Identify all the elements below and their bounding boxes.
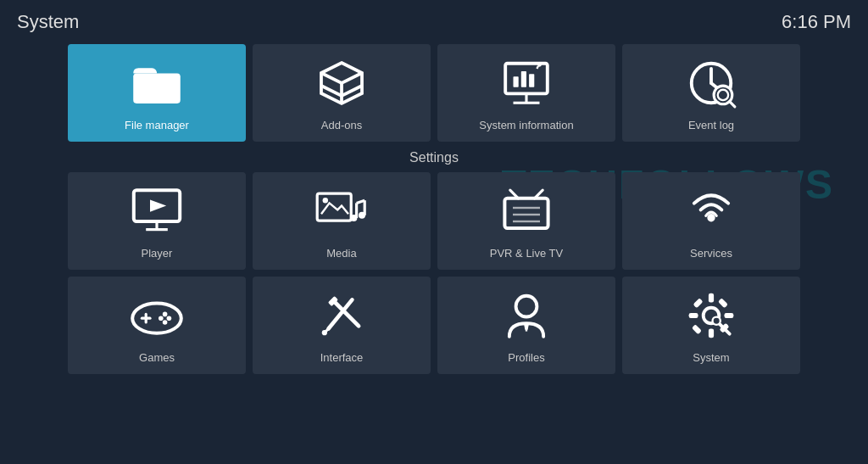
main-content: File manager Add-ons xyxy=(0,44,868,374)
event-log-icon xyxy=(684,56,738,110)
page-title: System xyxy=(17,11,79,33)
tile-profiles[interactable]: Profiles xyxy=(437,277,615,374)
tile-file-manager-label: File manager xyxy=(125,119,189,131)
tile-games-label: Games xyxy=(139,351,175,364)
settings-tile-grid: Player Media xyxy=(68,172,800,374)
tile-system-information-label: System information xyxy=(479,119,573,131)
svg-rect-7 xyxy=(521,71,526,87)
player-icon xyxy=(130,184,184,238)
svg-rect-58 xyxy=(718,298,728,308)
svg-point-27 xyxy=(359,212,365,219)
tile-add-ons[interactable]: Add-ons xyxy=(253,44,431,142)
svg-point-26 xyxy=(350,215,357,221)
games-icon xyxy=(130,288,184,343)
svg-point-40 xyxy=(163,320,168,325)
system-icon xyxy=(684,288,738,343)
svg-rect-0 xyxy=(133,73,181,103)
svg-rect-8 xyxy=(529,74,534,87)
services-icon xyxy=(684,184,738,238)
svg-line-15 xyxy=(730,102,735,107)
tile-interface[interactable]: Interface xyxy=(253,277,431,374)
svg-rect-57 xyxy=(692,324,702,334)
svg-marker-20 xyxy=(150,199,166,211)
svg-rect-28 xyxy=(504,198,548,228)
svg-line-9 xyxy=(537,66,538,69)
tile-event-log[interactable]: Event log xyxy=(622,44,800,142)
tile-system-information[interactable]: System information xyxy=(437,44,615,142)
media-icon xyxy=(314,184,369,238)
svg-point-10 xyxy=(537,63,542,67)
svg-rect-54 xyxy=(725,313,734,318)
tile-player-label: Player xyxy=(142,247,173,260)
svg-point-35 xyxy=(132,304,181,333)
add-ons-icon xyxy=(314,56,369,110)
file-manager-icon xyxy=(130,56,184,110)
svg-point-38 xyxy=(163,312,168,317)
svg-rect-53 xyxy=(689,313,698,318)
tile-profiles-label: Profiles xyxy=(508,351,544,364)
svg-rect-55 xyxy=(693,298,703,308)
tile-file-manager[interactable]: File manager xyxy=(68,44,246,142)
svg-rect-52 xyxy=(709,329,714,338)
svg-point-60 xyxy=(713,317,721,325)
svg-rect-51 xyxy=(709,293,714,303)
top-bar: System 6:16 PM xyxy=(0,0,868,44)
tile-pvr-live-tv-label: PVR & Live TV xyxy=(490,247,563,260)
tile-event-log-label: Event log xyxy=(688,119,734,131)
clock: 6:16 PM xyxy=(782,11,851,33)
interface-icon xyxy=(314,288,369,343)
svg-point-34 xyxy=(707,214,715,221)
profiles-icon xyxy=(499,288,554,343)
tile-interface-label: Interface xyxy=(320,351,364,364)
tile-media[interactable]: Media xyxy=(253,172,431,270)
svg-point-47 xyxy=(516,296,537,317)
svg-point-44 xyxy=(322,330,327,335)
tile-add-ons-label: Add-ons xyxy=(321,119,362,131)
tile-services[interactable]: Services xyxy=(622,172,800,270)
svg-point-22 xyxy=(323,198,328,203)
system-information-icon xyxy=(499,56,554,110)
tile-player[interactable]: Player xyxy=(68,172,246,270)
tile-services-label: Services xyxy=(690,247,732,260)
tile-pvr-live-tv[interactable]: PVR & Live TV xyxy=(437,172,615,270)
tile-system[interactable]: System xyxy=(622,277,800,374)
top-tile-grid: File manager Add-ons xyxy=(68,44,800,142)
tile-system-label: System xyxy=(693,351,729,364)
tile-media-label: Media xyxy=(326,247,356,260)
svg-point-39 xyxy=(167,316,172,321)
settings-label: Settings xyxy=(68,142,800,172)
pvr-live-tv-icon xyxy=(499,184,554,238)
svg-rect-6 xyxy=(514,76,519,87)
tile-games[interactable]: Games xyxy=(68,277,246,374)
svg-point-41 xyxy=(159,316,164,321)
